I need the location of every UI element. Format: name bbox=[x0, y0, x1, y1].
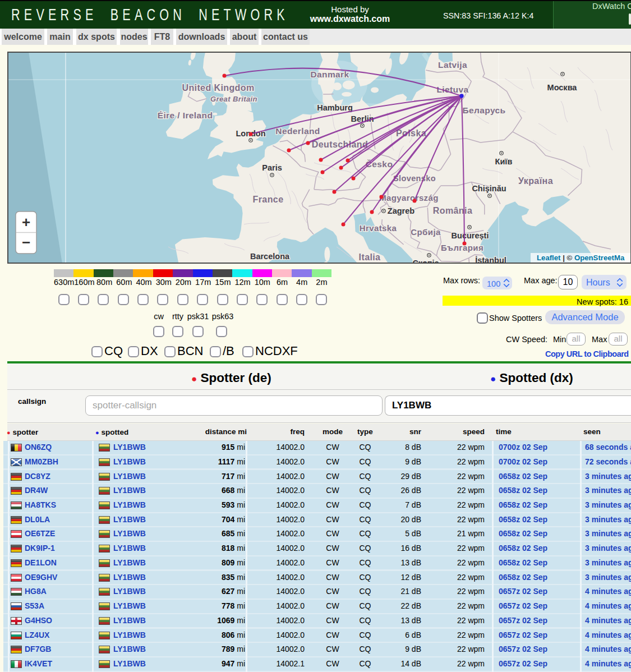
svg-text:Zagreb: Zagreb bbox=[388, 206, 414, 215]
svg-text:Leaflet | © OpenStreetMa: Leaflet | © OpenStreetMa bbox=[537, 254, 625, 262]
svg-text:България: България bbox=[441, 243, 483, 252]
svg-text:Éire / Ireland: Éire / Ireland bbox=[158, 111, 213, 120]
svg-text:Danmark: Danmark bbox=[310, 70, 349, 79]
svg-text:Magyarország: Magyarország bbox=[379, 193, 439, 202]
svg-text:Hamburg: Hamburg bbox=[317, 103, 353, 112]
svg-text:Great Britain: Great Britain bbox=[210, 95, 257, 103]
svg-text:București: București bbox=[452, 231, 489, 240]
svg-text:Chişinău: Chişinău bbox=[472, 184, 506, 193]
svg-text:−: − bbox=[22, 234, 30, 251]
svg-text:Latvija: Latvija bbox=[438, 60, 467, 70]
svg-text:Slovensko: Slovensko bbox=[393, 174, 436, 183]
svg-text:+: + bbox=[22, 214, 30, 231]
svg-text:İstanbul: İstanbul bbox=[475, 256, 506, 264]
svg-text:Москва: Москва bbox=[547, 83, 578, 92]
svg-text:Србија: Србија bbox=[411, 227, 441, 237]
svg-text:Italia: Italia bbox=[359, 252, 381, 262]
svg-text:Deutschland: Deutschland bbox=[312, 140, 368, 149]
svg-text:Paris: Paris bbox=[262, 163, 282, 172]
svg-text:Україна: Україна bbox=[518, 176, 553, 186]
svg-text:Barcelona: Barcelona bbox=[250, 252, 290, 261]
svg-text:France: France bbox=[253, 195, 284, 204]
svg-text:Nederland: Nederland bbox=[275, 126, 320, 136]
svg-text:Київ: Київ bbox=[495, 157, 513, 166]
svg-text:Hrvatska: Hrvatska bbox=[360, 223, 397, 233]
svg-text:United Kingdom: United Kingdom bbox=[182, 83, 254, 93]
svg-text:România: România bbox=[433, 206, 472, 215]
svg-text:Беларусь: Беларусь bbox=[462, 105, 505, 115]
